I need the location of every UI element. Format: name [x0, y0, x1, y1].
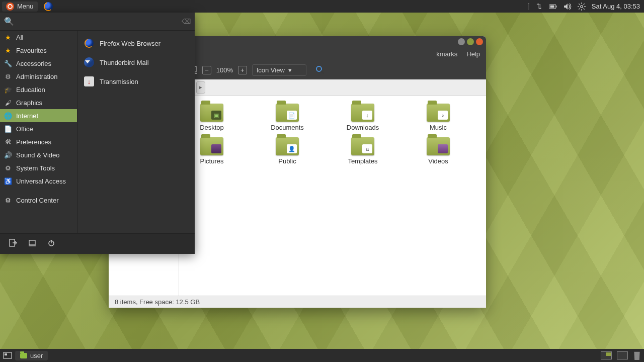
app-firefox-web-browser[interactable]: Firefox Web Browser — [77, 34, 195, 53]
folder-music[interactable]: ♪Music — [411, 104, 466, 131]
zoom-in-icon[interactable]: + — [238, 66, 247, 74]
category-label: Graphics — [16, 99, 42, 107]
category-label: System Tools — [16, 164, 55, 172]
app-label: Thunderbird Mail — [100, 59, 149, 66]
folder-videos[interactable]: Videos — [411, 137, 466, 165]
file-manager-content[interactable]: ▣Desktop📄Documents↓Downloads♪MusicPictur… — [179, 96, 486, 296]
svg-line-20 — [321, 71, 324, 73]
trash-icon[interactable] — [633, 351, 641, 360]
category-label: Favourites — [16, 47, 47, 54]
view-mode-select[interactable]: Icon View ▾ — [252, 64, 306, 76]
folder-label: Documents — [271, 124, 304, 131]
menu-search-row: 🔍 ⌫ — [0, 13, 195, 31]
category-icon: ★ — [4, 33, 12, 41]
category-label: Accessories — [16, 60, 51, 67]
power-icon[interactable] — [47, 239, 55, 249]
taskbar-item[interactable]: user — [15, 351, 48, 360]
category-icon: 🛠 — [4, 138, 12, 146]
category-favourites[interactable]: ★Favourites — [0, 44, 77, 57]
search-icon: 🔍 — [4, 17, 14, 26]
settings-gear-icon[interactable] — [578, 3, 586, 11]
svg-rect-2 — [550, 5, 554, 8]
path-forward-button[interactable]: ▸ — [196, 81, 205, 94]
folder-icon: 📄 — [276, 104, 299, 122]
svg-rect-13 — [29, 240, 35, 245]
category-preferences[interactable]: 🛠Preferences — [0, 135, 77, 148]
category-sound-video[interactable]: 🔊Sound & Video — [0, 148, 77, 161]
category-icon: 🖌 — [4, 99, 12, 107]
category-label: Preferences — [16, 138, 51, 146]
svg-line-8 — [579, 4, 580, 5]
folder-label: Videos — [428, 157, 448, 165]
transmission-icon: ↓ — [84, 76, 94, 86]
folder-icon — [200, 137, 223, 155]
menubar-help[interactable]: Help — [466, 50, 480, 58]
category-icon: 🔧 — [4, 59, 12, 67]
category-label: Internet — [16, 112, 38, 120]
battery-icon[interactable] — [549, 3, 557, 11]
menu-search-input[interactable] — [16, 16, 182, 27]
svg-rect-22 — [5, 353, 7, 355]
lock-screen-icon[interactable] — [28, 239, 36, 249]
network-icon[interactable]: ⇅ — [535, 3, 543, 11]
category-control-center[interactable]: ⚙Control Center — [0, 194, 77, 207]
category-accessories[interactable]: 🔧Accessories — [0, 57, 77, 70]
category-label: Universal Access — [16, 177, 66, 185]
zoom-level: 100% — [216, 66, 233, 74]
search-button-icon[interactable] — [315, 65, 325, 74]
firefox-icon — [85, 39, 94, 48]
category-label: Control Center — [16, 197, 59, 204]
category-universal-access[interactable]: ♿Universal Access — [0, 174, 77, 188]
show-desktop-icon[interactable] — [3, 352, 12, 359]
status-bar: 8 items, Free space: 12.5 GB — [109, 296, 486, 308]
firefox-launcher-icon[interactable] — [44, 2, 53, 11]
zoom-out-icon[interactable]: − — [202, 66, 211, 74]
workspace-2[interactable] — [617, 351, 628, 359]
category-graphics[interactable]: 🖌Graphics — [0, 96, 77, 109]
category-education[interactable]: 🎓Education — [0, 83, 77, 96]
volume-icon[interactable] — [564, 3, 572, 11]
menu-label: Menu — [17, 3, 34, 10]
category-office[interactable]: 📄Office — [0, 122, 77, 135]
category-administration[interactable]: ⚙Administration — [0, 70, 77, 83]
category-icon: 🎓 — [4, 85, 12, 94]
menu-footer — [0, 233, 195, 254]
menubar-bookmarks[interactable]: kmarks — [436, 50, 457, 58]
folder-icon — [427, 137, 450, 155]
category-icon: 📄 — [4, 125, 12, 133]
svg-line-10 — [579, 8, 580, 9]
window-close-button[interactable] — [476, 38, 483, 45]
svg-point-3 — [581, 5, 583, 7]
folder-label: Templates — [348, 157, 377, 165]
folder-icon: ↓ — [351, 104, 374, 122]
tray-separator — [528, 3, 529, 10]
category-icon: 🌐 — [4, 112, 12, 120]
folder-public[interactable]: 👤Public — [260, 137, 315, 165]
window-maximize-button[interactable] — [467, 38, 474, 45]
thunderbird-icon — [84, 57, 94, 67]
folder-downloads[interactable]: ↓Downloads — [335, 104, 390, 131]
app-thunderbird-mail[interactable]: Thunderbird Mail — [77, 53, 195, 72]
workspace-1[interactable] — [601, 351, 612, 359]
category-list: ★All★Favourites🔧Accessories⚙Administrati… — [0, 31, 77, 233]
folder-documents[interactable]: 📄Documents — [260, 104, 315, 131]
keyboard-icon[interactable]: ⌫ — [182, 18, 191, 25]
category-internet[interactable]: 🌐Internet — [0, 109, 77, 122]
app-label: Firefox Web Browser — [100, 40, 160, 47]
category-system-tools[interactable]: ⚙System Tools — [0, 161, 77, 174]
svg-line-11 — [583, 4, 584, 5]
app-transmission[interactable]: ↓Transmission — [77, 72, 195, 91]
category-icon: ⚙ — [4, 72, 12, 80]
clock[interactable]: Sat Aug 4, 03:53 — [592, 3, 640, 10]
category-all[interactable]: ★All — [0, 31, 77, 44]
folder-templates[interactable]: aTemplates — [335, 137, 390, 165]
window-minimize-button[interactable] — [458, 38, 465, 45]
category-icon: ★ — [4, 46, 12, 54]
category-icon: ♿ — [4, 177, 12, 185]
menu-button[interactable]: Menu — [2, 2, 38, 12]
folder-icon: ▣ — [200, 104, 223, 122]
category-label: Sound & Video — [16, 151, 60, 159]
folder-label: Music — [430, 124, 447, 131]
folder-icon: ♪ — [427, 104, 450, 122]
logout-icon[interactable] — [9, 239, 17, 249]
